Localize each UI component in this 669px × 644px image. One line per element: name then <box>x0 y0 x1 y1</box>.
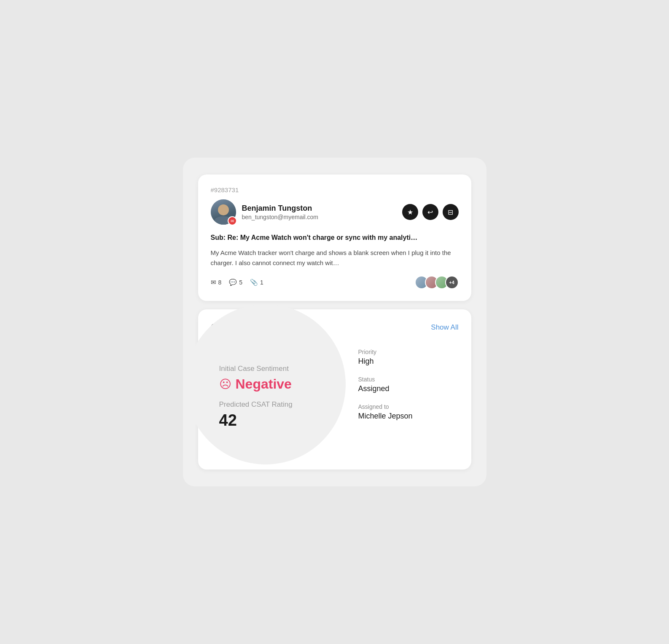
assigned-to-field: Assigned to Michelle Jepson <box>358 403 459 421</box>
ticket-footer: ✉ 8 💬 5 📎 1 +4 <box>211 276 459 289</box>
status-value: Assigned <box>358 384 459 393</box>
user-email: ben_tungston@myemail.com <box>242 214 319 220</box>
attachment-count: 1 <box>260 279 263 286</box>
comment-count: 5 <box>239 279 242 286</box>
attachment-stat-icon: 📎 <box>250 279 258 286</box>
reply-button[interactable]: ↩ <box>422 204 438 220</box>
ticket-header: ✉ Benjamin Tungston ben_tungston@myemail… <box>211 199 459 225</box>
ticket-actions: ★ ↩ ⊟ <box>402 204 459 220</box>
assignee-count-badge: +4 <box>445 276 459 289</box>
ticket-card: #9283731 ✉ Benjamin Tungston ben_tungsto… <box>198 174 471 301</box>
overview-fields: Priority High Status Assigned Assigned t… <box>358 344 459 431</box>
copy-button[interactable]: ⊟ <box>443 204 459 220</box>
sentiment-value-row: ☹ Negative <box>219 376 346 392</box>
sentiment-circle: Initial Case Sentiment ☹ Negative Predic… <box>185 304 346 464</box>
status-field: Status Assigned <box>358 376 459 393</box>
email-stat-icon: ✉ <box>211 279 216 286</box>
show-all-button[interactable]: Show All <box>431 323 458 332</box>
comment-stat-icon: 💬 <box>229 279 237 286</box>
overview-content: Initial Case Sentiment ☹ Negative Predic… <box>211 344 459 431</box>
assigned-to-value: Michelle Jepson <box>358 412 459 421</box>
attachment-stat: 📎 1 <box>250 279 263 286</box>
priority-value: High <box>358 357 459 366</box>
sentiment-label: Initial Case Sentiment <box>219 365 346 373</box>
ticket-user: ✉ Benjamin Tungston ben_tungston@myemail… <box>211 199 319 225</box>
sad-face-icon: ☹ <box>219 377 231 391</box>
sentiment-text: Negative <box>236 376 292 392</box>
status-label: Status <box>358 376 459 383</box>
avatar-wrapper: ✉ <box>211 199 236 225</box>
user-info: Benjamin Tungston ben_tungston@myemail.c… <box>242 204 319 220</box>
assignee-avatars: +4 <box>415 276 459 289</box>
ticket-body: My Acme Watch tracker won't charge and s… <box>211 248 459 268</box>
user-name: Benjamin Tungston <box>242 204 319 213</box>
priority-field: Priority High <box>358 349 459 366</box>
comment-stat: 💬 5 <box>229 279 242 286</box>
csat-label: Predicted CSAT Rating <box>219 400 346 409</box>
ticket-id: #9283731 <box>211 186 459 193</box>
email-count: 8 <box>218 279 222 286</box>
sentiment-circle-area: Initial Case Sentiment ☹ Negative Predic… <box>211 344 346 431</box>
ticket-stats: ✉ 8 💬 5 📎 1 <box>211 279 263 286</box>
assigned-to-label: Assigned to <box>358 403 459 410</box>
overview-card: Overview Show All Initial Case Sentiment… <box>198 309 471 470</box>
email-stat: ✉ 8 <box>211 279 222 286</box>
main-container: #9283731 ✉ Benjamin Tungston ben_tungsto… <box>183 158 486 486</box>
ticket-subject: Sub: Re: My Acme Watch won't charge or s… <box>211 233 459 242</box>
csat-value: 42 <box>219 411 346 429</box>
priority-label: Priority <box>358 349 459 355</box>
email-badge-icon: ✉ <box>228 216 237 225</box>
star-button[interactable]: ★ <box>402 204 418 220</box>
